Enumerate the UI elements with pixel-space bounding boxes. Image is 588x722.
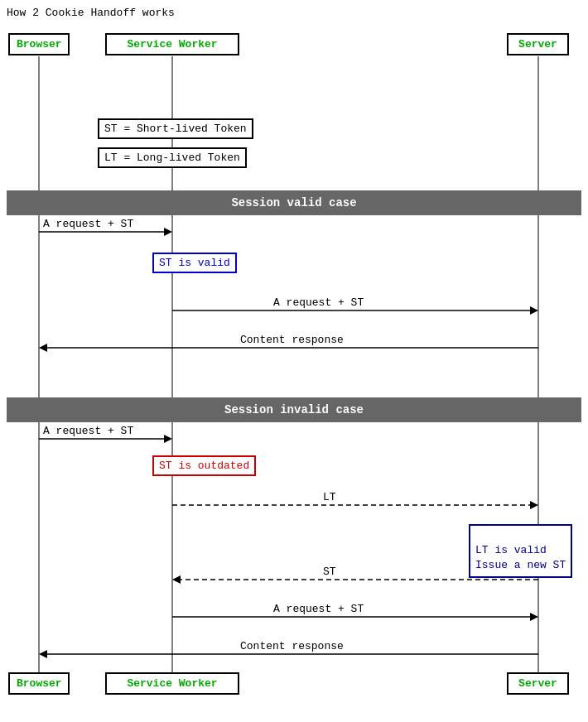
svg-marker-12: [164, 435, 172, 443]
svg-marker-10: [39, 344, 47, 352]
svg-marker-20: [39, 650, 47, 658]
label-st-return: ST: [323, 566, 336, 578]
section-invalid-bar: Session invalid case: [7, 397, 581, 422]
lt-valid-note: LT is valid Issue a new ST: [469, 524, 572, 578]
svg-marker-18: [530, 613, 538, 621]
label-req1: A request + ST: [43, 218, 133, 230]
label-resp1: Content response: [240, 334, 344, 346]
label-resp2: Content response: [240, 640, 344, 652]
st-valid-note: ST is valid: [152, 253, 237, 273]
st-outdated-note: ST is outdated: [152, 455, 256, 476]
st-definition-box: ST = Short-lived Token: [98, 118, 253, 139]
diagram-title: How 2 Cookie Handoff works: [7, 7, 175, 19]
actor-service-worker-top: Service Worker: [105, 33, 239, 55]
svg-marker-16: [172, 575, 181, 584]
label-lt: LT: [323, 491, 336, 503]
diagram-container: How 2 Cookie Handoff works: [0, 0, 588, 722]
actor-browser-bottom: Browser: [8, 672, 70, 695]
lt-definition-box: LT = Long-lived Token: [98, 147, 247, 168]
actor-browser-top: Browser: [8, 33, 70, 55]
svg-marker-8: [530, 306, 538, 315]
section-valid-bar: Session valid case: [7, 190, 581, 215]
svg-marker-14: [530, 501, 538, 509]
actor-service-worker-bottom: Service Worker: [105, 672, 239, 695]
actor-server-top: Server: [507, 33, 569, 55]
actor-server-bottom: Server: [507, 672, 569, 695]
label-req3: A request + ST: [43, 425, 133, 437]
svg-marker-6: [164, 228, 172, 236]
label-req2: A request + ST: [273, 296, 364, 309]
label-req4: A request + ST: [273, 603, 364, 615]
